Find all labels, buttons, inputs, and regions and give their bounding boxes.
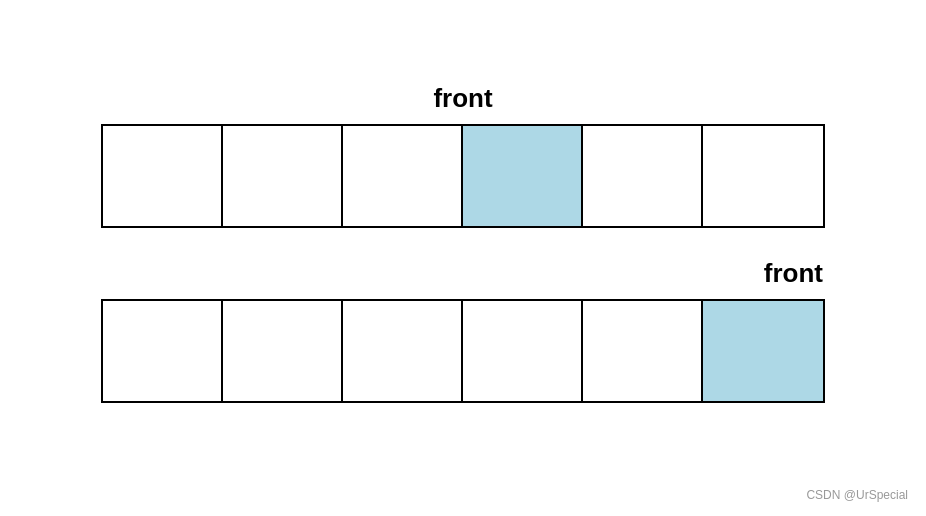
top-front-label: front [433, 83, 492, 114]
top-cell-5 [703, 126, 823, 226]
bottom-cell-0 [103, 301, 223, 401]
bottom-front-label: front [764, 258, 823, 289]
watermark: CSDN @UrSpecial [806, 488, 908, 502]
top-cell-1 [223, 126, 343, 226]
bottom-cell-2 [343, 301, 463, 401]
top-cell-3 [463, 126, 583, 226]
bottom-cell-4 [583, 301, 703, 401]
bottom-cell-1 [223, 301, 343, 401]
top-queue-row [101, 124, 825, 228]
top-cell-0 [103, 126, 223, 226]
top-cell-4 [583, 126, 703, 226]
bottom-diagram: front [101, 258, 825, 403]
top-diagram: front [101, 83, 825, 228]
bottom-cell-5 [703, 301, 823, 401]
top-cell-2 [343, 126, 463, 226]
bottom-queue-row [101, 299, 825, 403]
bottom-cell-3 [463, 301, 583, 401]
